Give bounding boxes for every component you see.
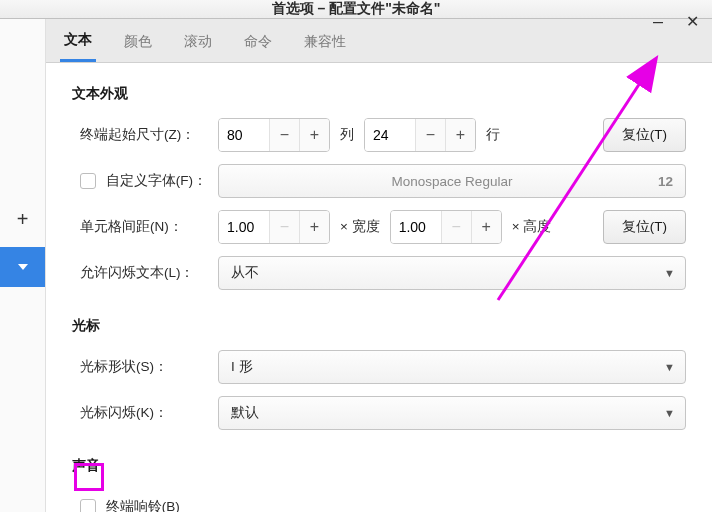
sidebar: + [0, 19, 46, 512]
cols-decrement[interactable]: − [269, 119, 299, 151]
minimize-button[interactable]: – [640, 0, 676, 42]
rows-increment[interactable]: + [445, 119, 475, 151]
cursor-blink-controls: 默认 ▼ [218, 396, 686, 430]
font-chooser-button[interactable]: Monospace Regular 12 [218, 164, 686, 198]
tab-text[interactable]: 文本 [60, 19, 96, 62]
font-name: Monospace Regular [392, 174, 513, 189]
cursor-shape-controls: I 形 ▼ [218, 350, 686, 384]
height-stepper[interactable]: − + [390, 210, 502, 244]
initial-size-controls: − + 列 − + 行 复位(T) [218, 118, 686, 152]
label-cell-spacing: 单元格间距(N)： [72, 218, 218, 236]
custom-font-label: 自定义字体(F)： [106, 173, 207, 188]
label-blink-text: 允许闪烁文本(L)： [72, 264, 218, 282]
cursor-blink-value: 默认 [231, 404, 259, 422]
cols-increment[interactable]: + [299, 119, 329, 151]
titlebar: 首选项 – 配置文件"未命名" – ✕ [0, 0, 712, 19]
chevron-down-icon: ▼ [664, 267, 675, 279]
section-cursor-title: 光标 [72, 317, 686, 335]
main-panel: 文本 颜色 滚动 命令 兼容性 文本外观 终端起始尺寸(Z)： − + [46, 19, 712, 512]
terminal-bell-label: 终端响铃(B) [106, 499, 180, 512]
spacing-reset-button[interactable]: 复位(T) [603, 210, 686, 244]
rows-stepper[interactable]: − + [364, 118, 476, 152]
label-initial-size: 终端起始尺寸(Z)： [72, 126, 218, 144]
row-custom-font: 自定义字体(F)： Monospace Regular 12 [72, 163, 686, 199]
rows-unit: 行 [486, 126, 500, 144]
width-input[interactable] [219, 211, 269, 243]
chevron-down-icon: ▼ [664, 407, 675, 419]
label-cursor-blink: 光标闪烁(K)： [72, 404, 218, 422]
cell-spacing-controls: − + × 宽度 − + × 高度 复位(T) [218, 210, 686, 244]
size-reset-button[interactable]: 复位(T) [603, 118, 686, 152]
rows-decrement[interactable]: − [415, 119, 445, 151]
preferences-window: 首选项 – 配置文件"未命名" – ✕ + 文本 颜色 滚动 命令 兼容性 文本… [0, 0, 712, 512]
row-terminal-bell: 终端响铃(B) [72, 489, 686, 512]
rows-input[interactable] [365, 119, 415, 151]
tab-bar: 文本 颜色 滚动 命令 兼容性 [46, 19, 712, 63]
section-appearance-title: 文本外观 [72, 85, 686, 103]
height-decrement[interactable]: − [441, 211, 471, 243]
profile-menu-button[interactable] [0, 247, 45, 287]
custom-font-controls: Monospace Regular 12 [218, 164, 686, 198]
cursor-shape-combo[interactable]: I 形 ▼ [218, 350, 686, 384]
blink-text-combo[interactable]: 从不 ▼ [218, 256, 686, 290]
font-size: 12 [658, 174, 673, 189]
terminal-bell-checkbox[interactable] [80, 499, 96, 512]
height-increment[interactable]: + [471, 211, 501, 243]
cols-stepper[interactable]: − + [218, 118, 330, 152]
cursor-shape-value: I 形 [231, 358, 253, 376]
custom-font-check-wrap: 自定义字体(F)： [72, 172, 218, 190]
section-sound-title: 声音 [72, 457, 686, 475]
custom-font-checkbox[interactable] [80, 173, 96, 189]
bell-check-wrap: 终端响铃(B) [72, 498, 180, 512]
close-button[interactable]: ✕ [674, 0, 710, 42]
tab-scroll[interactable]: 滚动 [180, 21, 216, 61]
row-initial-size: 终端起始尺寸(Z)： − + 列 − + 行 [72, 117, 686, 153]
tab-content: 文本外观 终端起始尺寸(Z)： − + 列 − + [46, 63, 712, 512]
tab-compat[interactable]: 兼容性 [300, 21, 350, 61]
width-increment[interactable]: + [299, 211, 329, 243]
row-cursor-blink: 光标闪烁(K)： 默认 ▼ [72, 395, 686, 431]
row-cell-spacing: 单元格间距(N)： − + × 宽度 − + × 高度 [72, 209, 686, 245]
height-input[interactable] [391, 211, 441, 243]
blink-text-value: 从不 [231, 264, 259, 282]
width-unit: × 宽度 [340, 218, 380, 236]
window-title: 首选项 – 配置文件"未命名" [272, 0, 441, 18]
row-blink-text: 允许闪烁文本(L)： 从不 ▼ [72, 255, 686, 291]
blink-text-controls: 从不 ▼ [218, 256, 686, 290]
chevron-down-icon: ▼ [664, 361, 675, 373]
add-profile-button[interactable]: + [0, 199, 45, 239]
cols-unit: 列 [340, 126, 354, 144]
row-cursor-shape: 光标形状(S)： I 形 ▼ [72, 349, 686, 385]
width-decrement[interactable]: − [269, 211, 299, 243]
tab-colors[interactable]: 颜色 [120, 21, 156, 61]
width-stepper[interactable]: − + [218, 210, 330, 244]
tab-command[interactable]: 命令 [240, 21, 276, 61]
label-cursor-shape: 光标形状(S)： [72, 358, 218, 376]
cursor-blink-combo[interactable]: 默认 ▼ [218, 396, 686, 430]
height-unit: × 高度 [512, 218, 552, 236]
window-body: + 文本 颜色 滚动 命令 兼容性 文本外观 终端起始尺寸(Z)： [0, 19, 712, 512]
cols-input[interactable] [219, 119, 269, 151]
